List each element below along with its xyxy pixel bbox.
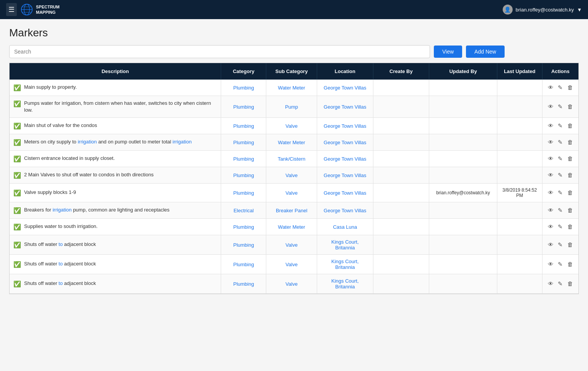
desc-text: Main supply to property. — [24, 84, 77, 91]
view-action-button[interactable]: 👁 — [546, 83, 555, 91]
desc-link[interactable]: irrigation — [173, 139, 192, 145]
location-link[interactable]: George Town Villas — [324, 140, 366, 145]
delete-action-button[interactable]: 🗑 — [566, 223, 575, 231]
location-link[interactable]: George Town Villas — [324, 208, 366, 213]
edit-action-button[interactable]: ✎ — [556, 83, 564, 92]
view-action-button[interactable]: 👁 — [546, 155, 555, 163]
desc-cell: ✅ Meters on city supply to irrigation an… — [10, 134, 221, 151]
desc-cell: ✅ Main supply to property. — [10, 80, 221, 96]
view-action-button[interactable]: 👁 — [546, 206, 555, 214]
location-link[interactable]: George Town Villas — [324, 156, 366, 162]
delete-action-button[interactable]: 🗑 — [566, 122, 575, 130]
table-row: ✅ Valve supply blocks 1-9 PlumbingValveG… — [10, 184, 578, 202]
edit-action-button[interactable]: ✎ — [556, 155, 564, 163]
delete-action-button[interactable]: 🗑 — [566, 260, 575, 268]
category-link[interactable]: Plumbing — [233, 242, 254, 248]
edit-action-button[interactable]: ✎ — [556, 223, 564, 231]
desc-link[interactable]: irrigation — [52, 207, 72, 213]
edit-action-button[interactable]: ✎ — [556, 122, 564, 130]
location-link[interactable]: George Town Villas — [324, 172, 366, 178]
delete-action-button[interactable]: 🗑 — [566, 171, 575, 179]
category-link[interactable]: Plumbing — [233, 281, 254, 287]
category-link[interactable]: Plumbing — [233, 123, 254, 129]
location-cell: Casa Luna — [317, 219, 373, 235]
actions-cell: 👁 ✎ 🗑 — [542, 274, 578, 294]
table-row: ✅ Supplies water to south irrigation. Pl… — [10, 219, 578, 235]
desc-link[interactable]: irrigation — [78, 139, 97, 145]
table-row: ✅ Main shut of valve for the condos Plum… — [10, 118, 578, 134]
desc-link[interactable]: to — [59, 261, 63, 267]
view-button[interactable]: View — [434, 46, 462, 58]
create-by-cell — [373, 134, 429, 151]
check-icon: ✅ — [13, 280, 21, 288]
edit-action-button[interactable]: ✎ — [556, 206, 564, 215]
check-icon: ✅ — [13, 100, 21, 107]
view-action-button[interactable]: 👁 — [546, 138, 555, 146]
category-link[interactable]: Plumbing — [233, 262, 254, 267]
location-link[interactable]: George Town Villas — [324, 123, 366, 129]
category-link[interactable]: Plumbing — [233, 172, 254, 178]
category-cell: Plumbing — [221, 184, 266, 202]
view-action-button[interactable]: 👁 — [546, 241, 555, 249]
location-link[interactable]: George Town Villas — [324, 190, 366, 196]
view-action-button[interactable]: 👁 — [546, 280, 555, 288]
create-by-cell — [373, 255, 429, 274]
delete-action-button[interactable]: 🗑 — [566, 138, 575, 146]
view-action-button[interactable]: 👁 — [546, 223, 555, 231]
category-link[interactable]: Plumbing — [233, 156, 254, 162]
location-link[interactable]: George Town Villas — [324, 104, 366, 110]
edit-action-button[interactable]: ✎ — [556, 189, 564, 197]
category-link[interactable]: Plumbing — [233, 85, 254, 91]
search-input[interactable] — [9, 45, 430, 58]
delete-action-button[interactable]: 🗑 — [566, 83, 575, 91]
edit-action-button[interactable]: ✎ — [556, 260, 564, 268]
menu-icon[interactable]: ☰ — [6, 3, 17, 16]
location-cell: George Town Villas — [317, 151, 373, 167]
category-link[interactable]: Plumbing — [233, 224, 254, 230]
category-link[interactable]: Electrical — [233, 208, 254, 213]
view-action-button[interactable]: 👁 — [546, 260, 555, 268]
edit-action-button[interactable]: ✎ — [556, 171, 564, 179]
location-link[interactable]: Kings Court,Britannia — [331, 239, 359, 251]
subcategory-cell: Water Meter — [266, 134, 317, 151]
view-action-button[interactable]: 👁 — [546, 122, 555, 130]
updated-by-cell — [429, 255, 497, 274]
category-link[interactable]: Plumbing — [233, 140, 254, 145]
delete-action-button[interactable]: 🗑 — [566, 103, 575, 111]
check-icon: ✅ — [13, 122, 21, 130]
edit-action-button[interactable]: ✎ — [556, 138, 564, 146]
col-header-create-by: Create By — [373, 63, 429, 80]
desc-link[interactable]: to — [59, 280, 63, 286]
actions-cell: 👁 ✎ 🗑 — [542, 96, 578, 118]
last-updated-cell — [497, 96, 542, 118]
user-dropdown-icon: ▼ — [577, 7, 582, 13]
add-new-button[interactable]: Add New — [466, 46, 505, 58]
edit-action-button[interactable]: ✎ — [556, 280, 564, 288]
markers-table-wrapper: Description Category Sub Category Locati… — [9, 63, 579, 294]
location-link[interactable]: George Town Villas — [324, 85, 366, 91]
view-action-button[interactable]: 👁 — [546, 171, 555, 179]
delete-action-button[interactable]: 🗑 — [566, 155, 575, 163]
delete-action-button[interactable]: 🗑 — [566, 241, 575, 249]
col-header-updated-by: Updated By — [429, 63, 497, 80]
location-link[interactable]: Casa Luna — [333, 224, 357, 230]
location-link[interactable]: Kings Court,Britannia — [331, 259, 359, 270]
delete-action-button[interactable]: 🗑 — [566, 189, 575, 197]
category-link[interactable]: Plumbing — [233, 190, 254, 196]
subcategory-cell: Water Meter — [266, 219, 317, 235]
edit-action-button[interactable]: ✎ — [556, 241, 564, 249]
location-link[interactable]: Kings Court,Britannia — [331, 278, 359, 290]
view-action-button[interactable]: 👁 — [546, 189, 555, 197]
desc-text: Valve supply blocks 1-9 — [24, 189, 76, 196]
desc-cell: ✅ Cistern entrance located in supply clo… — [10, 151, 221, 167]
view-action-button[interactable]: 👁 — [546, 103, 555, 111]
edit-action-button[interactable]: ✎ — [556, 103, 564, 111]
delete-action-button[interactable]: 🗑 — [566, 280, 575, 288]
location-cell: Kings Court,Britannia — [317, 274, 373, 294]
category-link[interactable]: Plumbing — [233, 104, 254, 110]
create-by-cell — [373, 118, 429, 134]
delete-action-button[interactable]: 🗑 — [566, 206, 575, 214]
user-menu[interactable]: 👤 brian.roffey@costwatch.ky ▼ — [503, 5, 582, 15]
desc-link[interactable]: to — [59, 241, 63, 247]
updated-by-cell — [429, 151, 497, 167]
